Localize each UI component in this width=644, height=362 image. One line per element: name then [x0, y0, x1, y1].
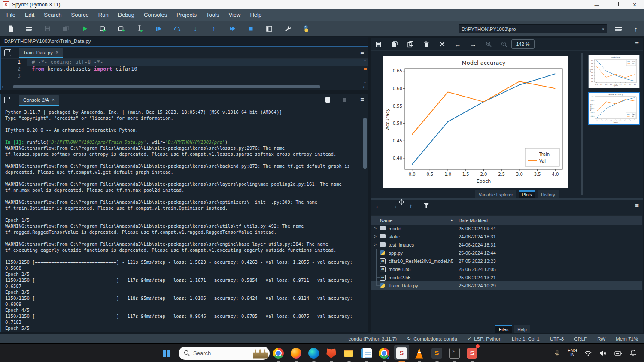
- python-interpreter-icon[interactable]: [299, 23, 313, 35]
- save-plot-button[interactable]: [374, 40, 383, 48]
- file-row-app-py[interactable]: app.py25-06-2024 12:44: [371, 249, 642, 257]
- volume-icon[interactable]: [599, 350, 607, 356]
- expand-icon[interactable]: >: [374, 226, 380, 231]
- previous-plot-button[interactable]: ←: [453, 40, 462, 48]
- start-button[interactable]: [158, 344, 175, 362]
- maximize-pane-button[interactable]: [262, 23, 276, 35]
- file-row-model2-h5[interactable]: 01model2.h525-06-2024 13:21: [371, 273, 642, 281]
- battery-icon[interactable]: [614, 350, 623, 356]
- menu-item-file[interactable]: File: [2, 9, 20, 21]
- run-file-button[interactable]: [77, 23, 92, 35]
- files-back-button[interactable]: ←: [374, 201, 383, 210]
- expand-icon[interactable]: >: [374, 242, 380, 247]
- open-file-button[interactable]: [22, 23, 36, 35]
- close-tab-icon[interactable]: ×: [52, 97, 55, 102]
- code-area[interactable]: 1# -*- coding: utf-8 -*-2from keras.data…: [1, 59, 368, 79]
- expand-icon[interactable]: >: [374, 234, 380, 239]
- continue-execution-button[interactable]: [225, 23, 240, 35]
- next-plot-button[interactable]: →: [469, 40, 477, 48]
- scroll-down-icon[interactable]: ▼: [362, 81, 368, 84]
- plots-options-menu-icon[interactable]: ≡: [635, 40, 639, 47]
- preferences-button[interactable]: [280, 23, 295, 35]
- console-tab[interactable]: Console 2/A ×: [19, 95, 59, 106]
- menu-item-consoles[interactable]: Consoles: [139, 9, 172, 21]
- plot-thumbnail-loss[interactable]: 0.00.51.01.52.02.53.03.54.01.01.11.21.31…: [588, 55, 640, 88]
- working-directory-combobox[interactable]: D:\PYTHON\PY1003\pro ▾: [459, 24, 607, 33]
- file-row-test-images[interactable]: >test_images24-06-2024 18:31: [371, 241, 642, 249]
- menu-item-edit[interactable]: Edit: [20, 9, 39, 21]
- menu-item-projects[interactable]: Projects: [172, 9, 201, 21]
- editor-options-menu-icon[interactable]: ≡: [360, 48, 364, 56]
- restore-button[interactable]: [606, 0, 625, 9]
- language-indicator[interactable]: ENGIN: [568, 349, 577, 358]
- taskbar-app-notepad[interactable]: [358, 344, 375, 362]
- close-tab-icon[interactable]: ×: [56, 50, 58, 55]
- taskbar-search-box[interactable]: Search: [179, 347, 270, 360]
- files-parent-button[interactable]: ↑: [406, 201, 416, 210]
- file-row-train-data-py[interactable]: Train_Data.py25-06-2024 10:29: [371, 281, 642, 290]
- save-all-plots-button[interactable]: [390, 40, 399, 48]
- tab-help[interactable]: Help: [514, 325, 530, 333]
- menu-item-search[interactable]: Search: [39, 9, 66, 21]
- zoom-out-button[interactable]: [500, 40, 508, 48]
- scroll-right-icon[interactable]: ›: [363, 85, 365, 89]
- taskbar-app-chrome[interactable]: [270, 344, 287, 362]
- column-header-date-modified[interactable]: Date Modified: [459, 218, 488, 223]
- taskbar-app-spyder[interactable]: S: [393, 344, 410, 362]
- debug-file-button[interactable]: [151, 23, 166, 35]
- editor-horizontal-scrollbar[interactable]: ‹ ›: [3, 85, 361, 89]
- tab-plots[interactable]: Plots: [519, 190, 535, 198]
- parent-directory-button[interactable]: ↑: [629, 23, 642, 34]
- scrollbar-thumb[interactable]: [363, 118, 367, 169]
- tab-history[interactable]: History: [538, 190, 559, 198]
- taskbar-app-brave[interactable]: [322, 344, 340, 362]
- menu-item-help[interactable]: Help: [245, 9, 266, 21]
- menu-item-view[interactable]: View: [224, 9, 245, 21]
- editor-tab-train-data[interactable]: Train_Data.py ×: [19, 48, 63, 58]
- file-row-cifar10-resnet20v1-model-h5[interactable]: 01cifar10_ResNet20v1_model.h527-05-2022 …: [371, 257, 642, 265]
- taskbar-app-edge[interactable]: [305, 344, 322, 362]
- editor-vertical-scrollbar[interactable]: ▲ ▼: [362, 59, 368, 84]
- save-all-button[interactable]: [59, 23, 73, 35]
- browse-tabs-icon[interactable]: [4, 97, 11, 103]
- run-cell-advance-button[interactable]: [114, 23, 129, 35]
- console-options-menu-icon[interactable]: ≡: [360, 96, 364, 103]
- run-cell-button[interactable]: [96, 23, 110, 35]
- taskbar-app-explorer[interactable]: [340, 344, 358, 362]
- step-return-button[interactable]: ↑: [207, 23, 221, 35]
- copy-plot-button[interactable]: [406, 40, 415, 48]
- step-into-button[interactable]: ↓: [188, 23, 203, 35]
- taskbar-app-chrome2[interactable]: [375, 344, 393, 362]
- zoom-in-button[interactable]: [484, 40, 493, 48]
- taskbar-app-firefox[interactable]: [287, 344, 305, 362]
- menu-item-debug[interactable]: Debug: [113, 9, 139, 21]
- microphone-icon[interactable]: [554, 350, 560, 356]
- column-header-name[interactable]: Name: [371, 218, 450, 223]
- files-options-menu-icon[interactable]: ≡: [635, 202, 639, 209]
- tab-files[interactable]: Files: [495, 325, 512, 333]
- remove-all-plots-button[interactable]: [438, 40, 447, 48]
- files-forward-button[interactable]: →: [390, 201, 399, 210]
- run-selection-button[interactable]: [133, 23, 147, 35]
- menu-item-run[interactable]: Run: [94, 9, 113, 21]
- minimize-button[interactable]: —: [587, 0, 606, 9]
- file-row-static[interactable]: >static24-06-2024 18:31: [371, 232, 642, 241]
- close-button[interactable]: ×: [625, 0, 644, 9]
- tab-variable-explorer[interactable]: Variable Explorer: [475, 190, 516, 198]
- browse-directory-button[interactable]: [612, 23, 625, 34]
- taskbar-app-reds[interactable]: S: [463, 344, 481, 362]
- browse-tabs-icon[interactable]: [4, 49, 11, 56]
- taskbar-app-terminal[interactable]: >_: [446, 344, 463, 362]
- scroll-up-icon[interactable]: ▲: [362, 59, 368, 62]
- menu-item-source[interactable]: Source: [67, 9, 94, 21]
- plots-thumbnail-scrollbar[interactable]: [581, 53, 583, 195]
- rerun-cell-button[interactable]: [170, 23, 184, 35]
- search-highlight-image[interactable]: [253, 348, 268, 359]
- column-divider[interactable]: [456, 217, 456, 223]
- files-filter-button[interactable]: [422, 201, 431, 210]
- notifications-bell-icon[interactable]: [630, 350, 636, 356]
- wifi-icon[interactable]: [584, 350, 592, 356]
- stop-button[interactable]: [243, 23, 258, 35]
- new-file-button[interactable]: [3, 23, 18, 35]
- file-row-model[interactable]: >model25-06-2024 09:44: [371, 224, 642, 232]
